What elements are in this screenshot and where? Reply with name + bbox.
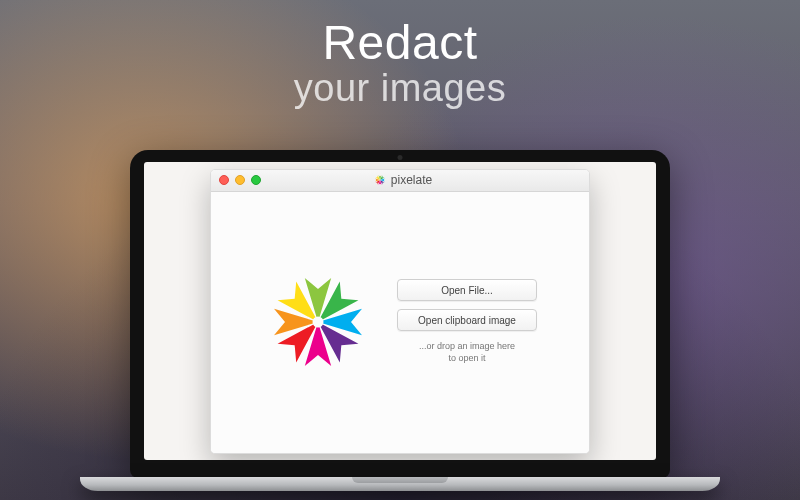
laptop-mockup: pixelate Open File... Open clipboard ima… [130,150,670,491]
open-clipboard-button[interactable]: Open clipboard image [397,309,537,331]
laptop-screen: pixelate Open File... Open clipboard ima… [144,162,656,460]
app-logo-icon [374,174,386,186]
drop-hint-line-2: to open it [397,353,537,365]
laptop-lid: pixelate Open File... Open clipboard ima… [130,150,670,478]
svg-point-1 [313,317,324,328]
drop-hint-line-1: ...or drop an image here [397,341,537,353]
headline-line-2: your images [0,68,800,110]
window-title: pixelate [391,173,432,187]
drop-hint: ...or drop an image here to open it [397,341,537,364]
open-file-button[interactable]: Open File... [397,279,537,301]
app-logo-large-icon [263,267,373,377]
window-titlebar[interactable]: pixelate [211,170,589,192]
headline-line-1: Redact [0,18,800,68]
svg-point-0 [379,179,380,180]
laptop-camera [398,155,403,160]
window-title-wrap: pixelate [225,173,581,187]
app-window: pixelate Open File... Open clipboard ima… [210,169,590,454]
window-body[interactable]: Open File... Open clipboard image ...or … [211,192,589,453]
actions-panel: Open File... Open clipboard image ...or … [397,279,537,364]
laptop-base [80,477,720,491]
marketing-headline: Redact your images [0,18,800,110]
